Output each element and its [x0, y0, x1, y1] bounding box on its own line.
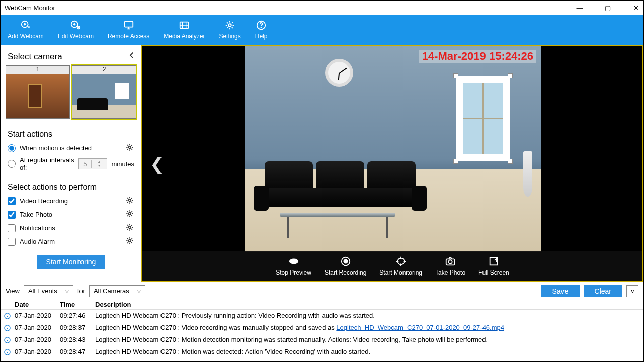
- log-date: 07-Jan-2020: [15, 311, 60, 321]
- svg-point-3: [74, 23, 76, 25]
- add-webcam-label: Add Webcam: [8, 33, 44, 40]
- start-recording-button[interactable]: Start Recording: [325, 256, 366, 276]
- chk-video-label: Video Recording: [20, 197, 68, 205]
- sofa-graphic: [265, 161, 416, 214]
- window-maximize[interactable]: ▢: [600, 4, 615, 12]
- main-toolbar: Add Webcam Edit Webcam Remote Access Med…: [1, 15, 643, 45]
- svg-point-20: [448, 260, 452, 263]
- log-desc: Logitech HD Webcam C270 : Previously run…: [95, 311, 375, 321]
- start-monitoring-button[interactable]: Start Monitoring: [37, 255, 105, 269]
- radio-motion-detected[interactable]: [8, 144, 16, 152]
- svg-point-17: [344, 259, 347, 263]
- media-analyzer-button[interactable]: Media Analyzer: [156, 15, 212, 45]
- log-desc: Logitech HD Webcam C270 : Motion detecti…: [95, 335, 488, 345]
- camera-thumb-2[interactable]: 2: [72, 65, 136, 119]
- edit-webcam-label: Edit Webcam: [58, 33, 94, 40]
- table-graphic: [280, 213, 395, 217]
- help-label: Help: [255, 33, 268, 40]
- svg-point-14: [129, 240, 131, 242]
- log-row: 07-Jan-202009:28:37Logitech HD Webcam C2…: [1, 322, 643, 334]
- info-icon: [4, 348, 15, 356]
- window-close[interactable]: ✕: [628, 4, 643, 12]
- log-time: 09:28:37: [60, 323, 95, 333]
- notif-settings-button[interactable]: [125, 223, 134, 233]
- start-actions-heading: Start actions: [8, 130, 136, 139]
- log-time: 09:28:47: [60, 347, 95, 357]
- svg-point-7: [228, 24, 231, 27]
- add-webcam-button[interactable]: Add Webcam: [1, 15, 51, 45]
- audio-settings-button[interactable]: [125, 236, 134, 247]
- svg-point-11: [129, 199, 131, 202]
- for-label: for: [77, 287, 85, 295]
- chk-audio-alarm[interactable]: [8, 238, 16, 246]
- log-table: 07-Jan-202009:27:46Logitech HD Webcam C2…: [1, 310, 643, 362]
- wall-clock-graphic: [325, 59, 353, 87]
- sidebar: Select camera 1 2 Start actions When mot…: [1, 45, 141, 282]
- log-desc: Logitech HD Webcam C270 : Video recordin…: [95, 323, 504, 333]
- chk-take-photo[interactable]: [8, 211, 16, 219]
- window-minimize[interactable]: —: [572, 4, 587, 12]
- events-select[interactable]: All Events▽: [24, 285, 73, 297]
- camera-preview: 14-Mar-2019 15:24:26 ❮ Stop Preview Star…: [141, 45, 643, 282]
- settings-button[interactable]: Settings: [212, 15, 248, 45]
- info-icon: [4, 324, 15, 332]
- info-icon: [4, 312, 15, 320]
- chk-audio-label: Audio Alarm: [20, 238, 55, 245]
- record-icon: [340, 256, 351, 267]
- help-button[interactable]: Help: [248, 15, 275, 45]
- log-header: Date Time Description: [1, 300, 643, 310]
- radio-motion-label: When motion is detected: [20, 144, 92, 152]
- log-file-link[interactable]: Logitech_HD_Webcam_C270_07-01-2020_09-27…: [336, 324, 504, 331]
- info-icon: [4, 360, 15, 363]
- clear-log-button[interactable]: Clear: [584, 285, 622, 297]
- select-camera-heading: Select camera: [8, 52, 62, 62]
- settings-label: Settings: [219, 33, 240, 40]
- chk-notifications[interactable]: [8, 224, 16, 232]
- media-analyzer-label: Media Analyzer: [164, 33, 205, 40]
- svg-rect-5: [124, 22, 133, 27]
- cameras-select[interactable]: All Cameras▽: [89, 285, 145, 297]
- preview-controls: Stop Preview Start Recording Start Monit…: [142, 251, 642, 281]
- camera-thumb-1[interactable]: 1: [6, 65, 70, 119]
- webcam-edit-icon: [70, 20, 81, 31]
- video-settings-button[interactable]: [125, 196, 134, 206]
- edit-webcam-button[interactable]: Edit Webcam: [51, 15, 101, 45]
- photo-settings-button[interactable]: [125, 209, 134, 220]
- save-log-button[interactable]: Save: [541, 285, 580, 297]
- interval-unit: minutes: [111, 160, 134, 168]
- gear-icon: [224, 20, 235, 31]
- title-bar: WebCam Monitor — ▢ ✕: [1, 1, 643, 15]
- log-time: 09:28:47: [60, 359, 95, 362]
- stop-preview-button[interactable]: Stop Preview: [276, 256, 311, 276]
- log-row: 07-Jan-202009:28:47Logitech HD Webcam C2…: [1, 358, 643, 362]
- motion-settings-button[interactable]: [125, 143, 134, 153]
- interval-spinner[interactable]: 5 ▲▼: [78, 158, 107, 169]
- radio-intervals-label: At regular intervals of:: [20, 156, 74, 171]
- svg-point-9: [261, 27, 262, 28]
- collapse-sidebar-button[interactable]: [127, 51, 136, 62]
- preview-timestamp: 14-Mar-2019 15:24:26: [419, 50, 536, 63]
- view-label: View: [6, 287, 20, 295]
- svg-point-18: [397, 258, 404, 265]
- radio-regular-intervals[interactable]: [8, 160, 16, 168]
- svg-point-10: [129, 146, 131, 149]
- start-monitoring-preview-button[interactable]: Start Monitoring: [379, 256, 422, 276]
- full-screen-button[interactable]: Full Screen: [478, 256, 509, 276]
- info-icon: [4, 336, 15, 344]
- select-actions-heading: Select actions to perform: [8, 183, 136, 192]
- take-photo-button[interactable]: Take Photo: [435, 256, 465, 276]
- remote-access-button[interactable]: Remote Access: [101, 15, 156, 45]
- log-filter-bar: View All Events▽ for All Cameras▽ Save C…: [1, 282, 643, 300]
- svg-point-12: [129, 213, 131, 215]
- log-date: 07-Jan-2020: [15, 347, 60, 357]
- log-row: 07-Jan-202009:28:43Logitech HD Webcam C2…: [1, 334, 643, 346]
- log-date: 07-Jan-2020: [15, 335, 60, 345]
- room-scene: 14-Mar-2019 15:24:26: [245, 46, 541, 252]
- expand-log-button[interactable]: ∨: [626, 285, 638, 297]
- crosshair-icon: [395, 256, 407, 267]
- help-icon: [256, 20, 267, 31]
- chk-video-recording[interactable]: [8, 197, 16, 205]
- eye-icon: [288, 256, 299, 267]
- previous-camera-button[interactable]: ❮: [150, 154, 164, 174]
- log-time: 09:28:43: [60, 335, 95, 345]
